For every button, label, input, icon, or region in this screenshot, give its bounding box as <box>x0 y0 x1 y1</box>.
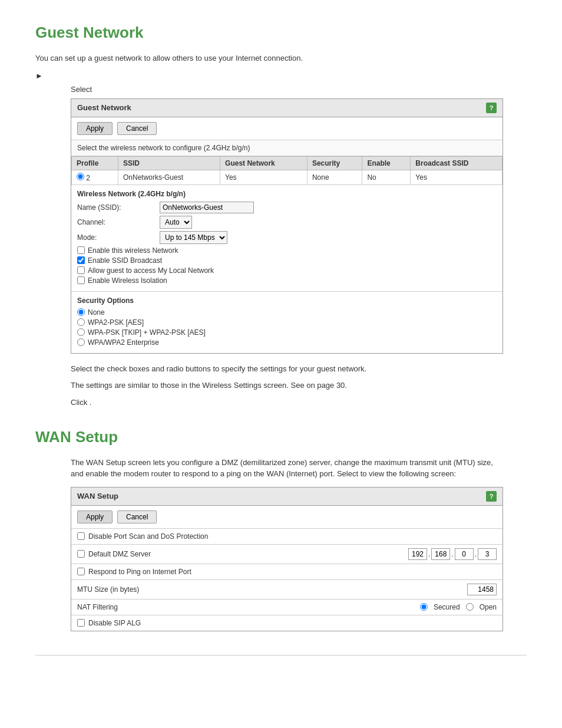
channel-row: Channel: Auto <box>77 216 497 229</box>
enable-wireless-isolation-checkbox[interactable] <box>77 276 85 284</box>
guest-network-table: Profile SSID Guest Network Security Enab… <box>71 156 503 185</box>
table-cell-security: None <box>307 170 362 185</box>
dmz-ip-group: . . . <box>408 548 497 560</box>
wan-panel-title: WAN Setup <box>77 492 118 500</box>
security-none-label: None <box>88 308 105 317</box>
enable-wireless-checkbox-row: Enable this wireless Network <box>77 246 497 255</box>
respond-ping-label: Respond to Ping on Internet Port <box>88 568 497 576</box>
select-label: Select <box>71 85 527 94</box>
enable-ssid-broadcast-label: Enable SSID Broadcast <box>88 256 162 265</box>
security-options-section: Security Options None WPA2-PSK [AES] WPA… <box>71 292 503 353</box>
disable-sip-alg-checkbox[interactable] <box>77 619 85 627</box>
dmz-ip-octet1[interactable] <box>408 548 427 560</box>
guest-network-title: Guest Network <box>35 24 527 42</box>
table-cell-ssid: OnNetworks-Guest <box>118 170 220 185</box>
guest-network-cancel-button[interactable]: Cancel <box>117 122 157 135</box>
respond-ping-row: Respond to Ping on Internet Port <box>71 564 503 580</box>
wan-panel-buttons: Apply Cancel <box>71 506 503 529</box>
disable-port-scan-label: Disable Port Scan and DoS Protection <box>88 532 497 541</box>
name-ssid-row: Name (SSID): <box>77 202 497 213</box>
guest-network-panel-header: Guest Network ? <box>71 99 503 117</box>
security-none-row: None <box>77 308 497 317</box>
footer-divider <box>35 655 527 658</box>
mtu-input[interactable] <box>467 584 497 595</box>
security-enterprise-radio[interactable] <box>77 338 85 346</box>
nat-filtering-row: NAT Filtering Secured Open <box>71 599 503 615</box>
disable-port-scan-checkbox[interactable] <box>77 532 85 540</box>
table-row[interactable]: 2 OnNetworks-Guest Yes None No Yes <box>72 170 503 185</box>
enable-wireless-isolation-label: Enable Wireless Isolation <box>88 276 167 285</box>
table-header-broadcast-ssid: Broadcast SSID <box>411 156 503 170</box>
name-ssid-label: Name (SSID): <box>77 203 160 212</box>
security-enterprise-row: WPA/WPA2 Enterprise <box>77 338 497 347</box>
table-cell-broadcast-ssid: Yes <box>411 170 503 185</box>
security-none-radio[interactable] <box>77 308 85 316</box>
allow-guest-access-checkbox[interactable] <box>77 266 85 274</box>
wan-setup-section: WAN Setup The WAN Setup screen lets you … <box>35 428 527 631</box>
security-wpa-combo-label: WPA-PSK [TKIP] + WPA2-PSK [AES] <box>88 328 206 337</box>
security-section-title: Security Options <box>77 297 497 305</box>
enable-wireless-label: Enable this wireless Network <box>88 246 178 255</box>
default-dmz-row: Default DMZ Server . . . <box>71 545 503 564</box>
table-header-security: Security <box>307 156 362 170</box>
nat-filtering-label: NAT Filtering <box>77 603 420 611</box>
security-wpa-combo-radio[interactable] <box>77 328 85 336</box>
mtu-value <box>467 584 497 595</box>
disable-sip-alg-label: Disable SIP ALG <box>88 619 497 627</box>
enable-wireless-checkbox[interactable] <box>77 246 85 254</box>
wireless-section-title: Wireless Network (2.4GHz b/g/n) <box>77 190 497 198</box>
guest-network-apply-button[interactable]: Apply <box>77 122 113 135</box>
nat-secured-radio[interactable] <box>420 603 428 611</box>
security-wpa2-radio[interactable] <box>77 318 85 326</box>
table-cell-profile: 2 <box>72 170 118 185</box>
nat-radios: Secured Open <box>420 603 497 611</box>
guest-network-help-button[interactable]: ? <box>486 103 497 113</box>
arrow-marker: ► <box>35 71 527 80</box>
wan-cancel-button[interactable]: Cancel <box>117 510 157 523</box>
enable-wireless-isolation-checkbox-row: Enable Wireless Isolation <box>77 276 497 285</box>
security-wpa-combo-row: WPA-PSK [TKIP] + WPA2-PSK [AES] <box>77 328 497 337</box>
dmz-ip-octet3[interactable] <box>455 548 474 560</box>
wireless-settings-section: Wireless Network (2.4GHz b/g/n) Name (SS… <box>71 185 503 292</box>
channel-label: Channel: <box>77 218 160 226</box>
guest-network-click-text: Click . <box>71 397 503 409</box>
security-wpa2-row: WPA2-PSK [AES] <box>77 318 497 327</box>
table-header-guest-network: Guest Network <box>220 156 308 170</box>
wan-help-button[interactable]: ? <box>486 491 497 502</box>
name-ssid-input[interactable] <box>160 202 254 213</box>
channel-select[interactable]: Auto <box>160 216 192 229</box>
guest-network-description: You can set up a guest network to allow … <box>35 52 527 64</box>
enable-ssid-broadcast-checkbox[interactable] <box>77 256 85 264</box>
wan-setup-title: WAN Setup <box>35 428 527 446</box>
mtu-size-row: MTU Size (in bytes) <box>71 580 503 599</box>
default-dmz-checkbox[interactable] <box>77 550 85 558</box>
guest-network-panel-buttons: Apply Cancel <box>71 117 503 140</box>
wan-apply-button[interactable]: Apply <box>77 510 113 523</box>
nat-open-label: Open <box>480 603 497 611</box>
table-cell-guest-network: Yes <box>220 170 308 185</box>
default-dmz-label: Default DMZ Server <box>88 550 408 558</box>
wan-panel-header: WAN Setup ? <box>71 487 503 506</box>
dmz-ip-octet4[interactable] <box>478 548 497 560</box>
dmz-ip-octet2[interactable] <box>431 548 450 560</box>
guest-network-panel-title: Guest Network <box>77 103 131 112</box>
allow-guest-access-checkbox-row: Allow guest to access My Local Network <box>77 266 497 275</box>
guest-network-panel: Guest Network ? Apply Cancel Select the … <box>71 98 503 354</box>
table-header-ssid: SSID <box>118 156 220 170</box>
allow-guest-access-label: Allow guest to access My Local Network <box>88 266 214 275</box>
wan-setup-panel: WAN Setup ? Apply Cancel Disable Port Sc… <box>71 487 503 631</box>
nat-open-radio[interactable] <box>466 603 474 611</box>
mode-select[interactable]: Up to 145 Mbps <box>160 231 227 244</box>
table-header-enable: Enable <box>362 156 411 170</box>
profile-radio[interactable] <box>77 173 84 180</box>
security-enterprise-label: WPA/WPA2 Enterprise <box>88 338 159 347</box>
table-header-profile: Profile <box>72 156 118 170</box>
table-cell-enable: No <box>362 170 411 185</box>
enable-ssid-broadcast-checkbox-row: Enable SSID Broadcast <box>77 256 497 265</box>
mode-row: Mode: Up to 145 Mbps <box>77 231 497 244</box>
wan-setup-description: The WAN Setup screen lets you configure … <box>71 457 503 480</box>
respond-ping-checkbox[interactable] <box>77 568 85 575</box>
disable-sip-alg-row: Disable SIP ALG <box>71 615 503 631</box>
mode-label: Mode: <box>77 233 160 242</box>
guest-network-below-text1: Select the check boxes and radio buttons… <box>71 363 503 375</box>
